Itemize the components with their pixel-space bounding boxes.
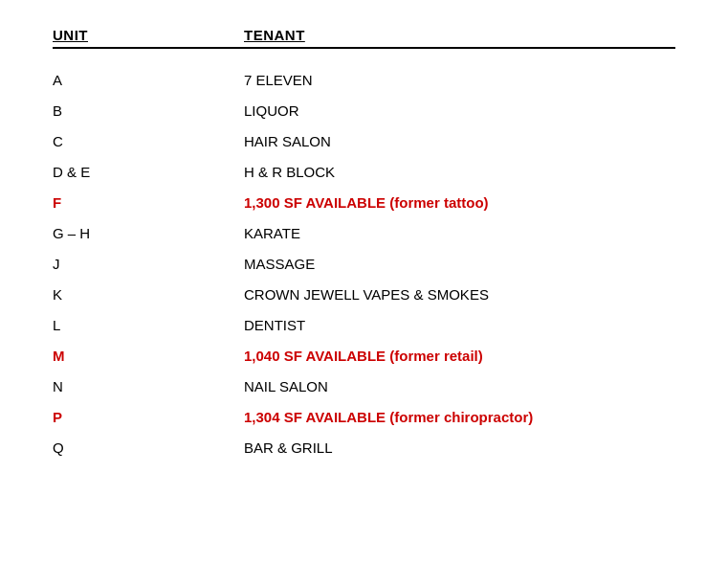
- tenant-table: A7 ELEVENBLIQUORCHAIR SALOND & EH & R BL…: [53, 72, 675, 464]
- table-row: G – HKARATE: [53, 225, 675, 250]
- tenant-cell: NAIL SALON: [244, 378, 328, 394]
- unit-cell: C: [53, 133, 244, 149]
- table-row: KCROWN JEWELL VAPES & SMOKES: [53, 286, 675, 311]
- unit-cell: D & E: [53, 164, 244, 180]
- unit-column-header: UNIT: [53, 27, 244, 43]
- tenant-cell: MASSAGE: [244, 256, 315, 272]
- tenant-cell: H & R BLOCK: [244, 164, 335, 180]
- tenant-cell: BAR & GRILL: [244, 439, 333, 456]
- table-row: P1,304 SF AVAILABLE (former chiropractor…: [53, 409, 675, 434]
- unit-cell: Q: [53, 439, 244, 456]
- unit-cell: J: [53, 256, 244, 272]
- tenant-cell: 1,300 SF AVAILABLE (former tattoo): [244, 194, 489, 211]
- tenant-cell: CROWN JEWELL VAPES & SMOKES: [244, 286, 489, 303]
- tenant-cell: KARATE: [244, 225, 300, 241]
- table-row: D & EH & R BLOCK: [53, 164, 675, 189]
- tenant-cell: HAIR SALON: [244, 133, 331, 149]
- table-row: CHAIR SALON: [53, 133, 675, 158]
- header-row: UNIT TENANT: [53, 27, 675, 49]
- unit-cell: G – H: [53, 225, 244, 241]
- unit-cell: F: [53, 194, 244, 211]
- unit-cell: N: [53, 378, 244, 394]
- tenant-cell: DENTIST: [244, 317, 305, 333]
- table-row: LDENTIST: [53, 317, 675, 342]
- tenant-cell: 7 ELEVEN: [244, 72, 313, 88]
- table-row: NNAIL SALON: [53, 378, 675, 403]
- unit-cell: K: [53, 286, 244, 303]
- tenant-cell: 1,304 SF AVAILABLE (former chiropractor): [244, 409, 533, 425]
- table-row: BLIQUOR: [53, 102, 675, 127]
- unit-cell: B: [53, 102, 244, 119]
- tenant-column-header: TENANT: [244, 27, 305, 43]
- unit-cell: P: [53, 409, 244, 425]
- tenant-cell: 1,040 SF AVAILABLE (former retail): [244, 348, 483, 364]
- unit-cell: M: [53, 348, 244, 364]
- table-row: QBAR & GRILL: [53, 439, 675, 464]
- tenant-cell: LIQUOR: [244, 102, 299, 119]
- table-row: A7 ELEVEN: [53, 72, 675, 97]
- table-row: F1,300 SF AVAILABLE (former tattoo): [53, 194, 675, 219]
- table-row: M1,040 SF AVAILABLE (former retail): [53, 348, 675, 372]
- table-row: JMASSAGE: [53, 256, 675, 281]
- unit-cell: L: [53, 317, 244, 333]
- unit-cell: A: [53, 72, 244, 88]
